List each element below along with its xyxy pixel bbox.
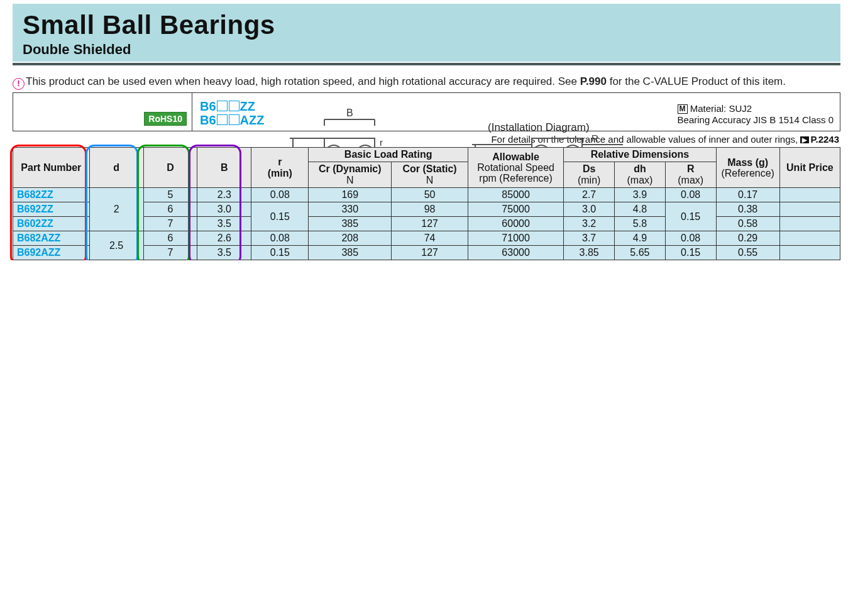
th-cor: Cor (Static)N [392, 162, 468, 188]
diagram-cell: B6ZZ B6AZZ (Installation Diagram) B [192, 93, 840, 131]
material-icon: M [678, 104, 688, 114]
product-photo-cell: RoHS10 [13, 93, 192, 131]
svg-text:r: r [380, 137, 383, 148]
th-cr: Cr (Dynamic)N [309, 162, 392, 188]
th-R: R(max) [665, 162, 716, 188]
svg-text:B: B [346, 107, 353, 118]
spec-table: Part Number d D B r(min) Basic Load Rati… [13, 147, 840, 260]
intro-page-ref: P.990 [580, 75, 607, 87]
th-mass: Mass (g)(Reference) [716, 148, 779, 188]
th-B: B [197, 148, 251, 188]
th-basic: Basic Load Rating [309, 148, 468, 162]
th-rel: Relative Dimensions [564, 148, 716, 162]
spec-table-wrap: Part Number d D B r(min) Basic Load Rati… [13, 147, 840, 260]
th-price: Unit Price [779, 148, 840, 188]
intro-prefix: This product can be used even when heavy… [26, 75, 580, 87]
page-title: Small Ball Bearings [23, 10, 832, 40]
th-d: d [89, 148, 143, 188]
th-D: D [143, 148, 197, 188]
info-icon: ! [13, 78, 25, 90]
intro-suffix: for the C-VALUE Product of this item. [607, 75, 786, 87]
table-row: B682AZZ 2.5 6 2.6 0.08 208 74 71000 3.7 … [13, 231, 840, 246]
table-row: B682ZZ 2 5 2.3 0.08 169 50 85000 2.7 3.9… [13, 188, 840, 202]
rohs-badge: RoHS10 [144, 112, 187, 126]
intro-text: !This product can be used even when heav… [13, 75, 840, 90]
th-part: Part Number [13, 148, 90, 188]
th-r: r(min) [251, 148, 309, 188]
th-dh: dh(max) [615, 162, 666, 188]
diagram-row: RoHS10 B6ZZ B6AZZ (Installation Diagram)… [13, 92, 840, 131]
page-header: Small Ball Bearings Double Shielded [13, 4, 840, 62]
page-subtitle: Double Shielded [23, 41, 832, 58]
page-ref-icon: ▶ [800, 136, 809, 143]
material-note: M Material: SUJ2 Bearing Accuracy JIS B … [678, 103, 834, 126]
th-allow: AllowableRotational Speedrpm (Reference) [468, 148, 563, 188]
th-ds: Ds(min) [564, 162, 615, 188]
header-rule [13, 62, 840, 67]
svg-text:R: R [592, 133, 598, 143]
